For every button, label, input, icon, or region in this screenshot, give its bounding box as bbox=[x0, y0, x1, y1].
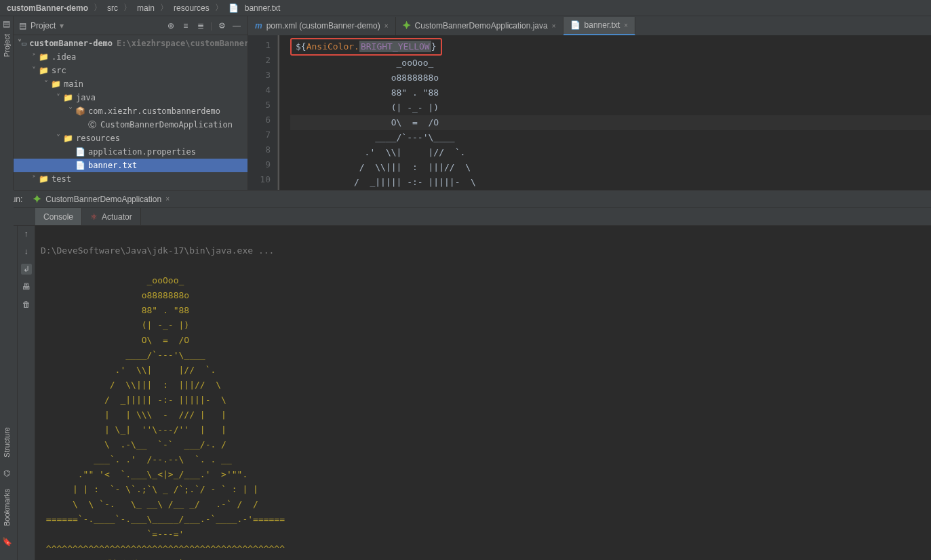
breadcrumb[interactable]: customBanner-demo 〉 src 〉 main 〉 resourc… bbox=[7, 2, 280, 14]
clear-icon[interactable]: 🗑 bbox=[21, 299, 32, 310]
breadcrumb-bar: customBanner-demo 〉 src 〉 main 〉 resourc… bbox=[0, 0, 931, 16]
file-icon: 📄 bbox=[75, 161, 85, 170]
class-icon: Ⓒ bbox=[87, 120, 98, 129]
run-config-tab[interactable]: ⯌ CustomBannerDemoApplication × bbox=[28, 191, 175, 207]
chevron-down-icon[interactable]: ˅ bbox=[66, 106, 75, 116]
close-icon[interactable]: × bbox=[384, 22, 389, 30]
tree-root-name: customBanner-demo bbox=[29, 39, 113, 48]
project-pane: ▤ Project ▾ ⊕ ≡ ≣ | ⚙ — ˅ ▭ customBanner… bbox=[14, 16, 248, 190]
chevron-right-icon[interactable]: ˃ bbox=[30, 52, 38, 62]
chevron-down-icon[interactable]: ˅ bbox=[42, 79, 50, 89]
tree-item-test[interactable]: ˃📁test bbox=[14, 172, 247, 186]
soft-wrap-icon[interactable]: ↲ bbox=[21, 264, 32, 275]
editor-tab-pom-xml-custombanner-demo-[interactable]: mpom.xml (customBanner-demo)× bbox=[248, 17, 396, 35]
tree-item-label: CustomBannerDemoApplication bbox=[100, 120, 233, 129]
editor-tab-custombannerdemoapplication-java[interactable]: ⯌CustomBannerDemoApplication.java× bbox=[396, 17, 563, 35]
crumb-src[interactable]: src bbox=[107, 3, 118, 13]
structure-tool-label[interactable]: Structure bbox=[3, 427, 11, 458]
run-toolbar-right: ↑ ↓ ↲ 🖶 🗑 bbox=[18, 226, 35, 560]
run-header: Run: ⯌ CustomBannerDemoApplication × bbox=[0, 191, 931, 208]
folder-src-icon: 📁 bbox=[62, 93, 73, 102]
console-output[interactable]: D:\DeveSoftware\Java\jdk-17\bin\java.exe… bbox=[35, 226, 931, 560]
tree-item-label: main bbox=[64, 79, 83, 89]
tree-item-label: java bbox=[76, 93, 96, 102]
tree-item-banner-txt[interactable]: 📄banner.txt bbox=[14, 159, 247, 172]
actuator-tab[interactable]: ⚛ Actuator bbox=[82, 208, 141, 225]
up-icon[interactable]: ↑ bbox=[21, 228, 32, 239]
close-icon[interactable]: × bbox=[624, 22, 628, 29]
editor-content[interactable]: ${AnsiColor.BRIGHT_YELLOW} _ooOoo_ o8888… bbox=[279, 35, 931, 190]
project-tool-icon[interactable]: ▤ bbox=[3, 19, 10, 28]
close-icon[interactable]: × bbox=[165, 195, 170, 203]
run-config-name: CustomBannerDemoApplication bbox=[45, 195, 161, 204]
chevron-down-icon[interactable]: ˅ bbox=[54, 134, 62, 143]
chevron-down-icon[interactable]: ˅ bbox=[30, 66, 38, 75]
tree-item-resources[interactable]: ˅📁resources bbox=[14, 132, 247, 145]
editor-tab-banner-txt[interactable]: 📄banner.txt× bbox=[563, 17, 636, 35]
left-bottom-rail: Structure ⌬ Bookmarks 🔖 bbox=[0, 190, 14, 560]
actuator-label: Actuator bbox=[102, 212, 132, 222]
crumb-root[interactable]: customBanner-demo bbox=[7, 3, 88, 13]
tree-item-com-xiezhr-custombannerdemo[interactable]: ˅📦com.xiezhr.custombannerdemo bbox=[14, 104, 247, 118]
module-icon: ▭ bbox=[22, 39, 26, 48]
collapse-all-icon[interactable]: ≣ bbox=[195, 20, 206, 31]
tree-item-main[interactable]: ˅📁main bbox=[14, 77, 247, 91]
tree-root-path: E:\xiezhrspace\customBanner bbox=[117, 39, 247, 48]
folder-icon: 📁 bbox=[38, 52, 49, 62]
file-icon: 📄 bbox=[570, 20, 580, 30]
structure-icon[interactable]: ⌬ bbox=[3, 468, 10, 478]
maven-icon: m bbox=[255, 21, 262, 31]
chevron-right-icon: 〉 bbox=[160, 2, 168, 14]
bookmarks-tool-label[interactable]: Bookmarks bbox=[3, 489, 11, 526]
crumb-main[interactable]: main bbox=[137, 3, 155, 13]
editor-tabs: mpom.xml (customBanner-demo)×⯌CustomBann… bbox=[248, 16, 931, 35]
ansi-color-directive: ${AnsiColor.BRIGHT_YELLOW} bbox=[290, 38, 442, 56]
bookmarks-icon[interactable]: 🔖 bbox=[2, 537, 12, 546]
editor-gutter: 12345678910 bbox=[248, 35, 278, 190]
project-pane-header: ▤ Project ▾ ⊕ ≡ ≣ | ⚙ — bbox=[14, 16, 247, 35]
tree-item-label: application.properties bbox=[88, 147, 196, 157]
folder-res-icon: 📁 bbox=[62, 134, 73, 143]
dropdown-icon[interactable]: ▾ bbox=[60, 21, 64, 31]
tree-item-application-properties[interactable]: 📄application.properties bbox=[14, 145, 247, 159]
file-icon: 📄 bbox=[229, 3, 239, 13]
project-pane-title[interactable]: Project bbox=[31, 21, 56, 31]
console-banner: _ooOoo_ o8888888o 88" . "88 (| -_- |) O\… bbox=[41, 275, 285, 560]
folder-icon: 📁 bbox=[50, 79, 61, 89]
console-tab[interactable]: Console bbox=[35, 208, 82, 225]
console-command: D:\DeveSoftware\Java\jdk-17\bin\java.exe… bbox=[41, 245, 274, 256]
class-icon: ⯌ bbox=[403, 21, 411, 31]
console-label: Console bbox=[43, 212, 73, 222]
project-tree[interactable]: ˅ ▭ customBanner-demo E:\xiezhrspace\cus… bbox=[14, 35, 247, 190]
tab-label: banner.txt bbox=[585, 20, 620, 30]
hide-icon[interactable]: — bbox=[231, 20, 242, 31]
tree-item--idea[interactable]: ˃📁.idea bbox=[14, 50, 247, 64]
tree-item-src[interactable]: ˅📁src bbox=[14, 64, 247, 77]
tree-item-label: src bbox=[52, 66, 66, 75]
package-icon: 📦 bbox=[75, 106, 85, 116]
left-tool-rail: ▤ Project bbox=[0, 16, 14, 190]
project-tool-label[interactable]: Project bbox=[3, 34, 11, 57]
tree-root[interactable]: ˅ ▭ customBanner-demo E:\xiezhrspace\cus… bbox=[14, 37, 247, 50]
chevron-right-icon: 〉 bbox=[215, 2, 223, 14]
select-opened-file-icon[interactable]: ⊕ bbox=[165, 20, 176, 31]
print-icon[interactable]: 🖶 bbox=[21, 281, 32, 292]
chevron-down-icon[interactable]: ˅ bbox=[54, 93, 62, 102]
chevron-right-icon[interactable]: ˃ bbox=[30, 174, 38, 184]
settings-icon[interactable]: ⚙ bbox=[216, 20, 227, 31]
tree-item-label: com.xiezhr.custombannerdemo bbox=[88, 106, 220, 116]
run-panel: Run: ⯌ CustomBannerDemoApplication × Con… bbox=[0, 190, 931, 560]
expand-all-icon[interactable]: ≡ bbox=[180, 20, 191, 31]
close-icon[interactable]: × bbox=[552, 22, 556, 30]
down-icon[interactable]: ↓ bbox=[21, 246, 32, 257]
file-icon: 📄 bbox=[75, 147, 85, 157]
tree-item-java[interactable]: ˅📁java bbox=[14, 91, 247, 104]
chevron-right-icon: 〉 bbox=[94, 2, 102, 14]
actuator-icon: ⚛ bbox=[90, 212, 98, 222]
folder-icon: 📁 bbox=[38, 66, 49, 75]
folder-icon: 📁 bbox=[38, 174, 49, 184]
editor-pane: mpom.xml (customBanner-demo)×⯌CustomBann… bbox=[248, 16, 931, 190]
crumb-file[interactable]: banner.txt bbox=[245, 3, 281, 13]
tree-item-custombannerdemoapplication[interactable]: ⒸCustomBannerDemoApplication bbox=[14, 118, 247, 132]
crumb-resources[interactable]: resources bbox=[174, 3, 210, 13]
